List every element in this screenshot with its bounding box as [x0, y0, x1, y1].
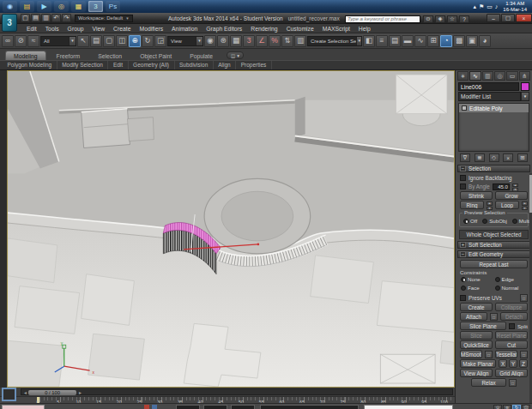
reference-coordinate-dropdown[interactable]: View ▼ — [167, 36, 203, 46]
relax-button[interactable]: Relax — [471, 378, 506, 387]
preserve-uvs-checkbox[interactable] — [460, 295, 466, 301]
menu-help[interactable]: Help — [354, 24, 375, 33]
open-file-button[interactable]: ▤ — [31, 14, 40, 22]
schematic-view-icon[interactable]: ⊞ — [427, 35, 439, 47]
create-tab[interactable]: ∗ — [457, 71, 469, 81]
selection-lock-icon[interactable] — [152, 405, 157, 409]
perspective-viewport[interactable]: x y — [7, 70, 455, 388]
ribbon-panel-geometry-all-[interactable]: Geometry (All) — [129, 61, 175, 69]
render-production-icon[interactable]: ◕ — [479, 35, 491, 47]
menu-graph-editors[interactable]: Graph Editors — [202, 24, 246, 33]
hierarchy-tab[interactable]: ▥ — [482, 71, 493, 81]
zoom-icon[interactable]: ⊙ — [493, 405, 502, 409]
subscription-center-icon[interactable]: ◈ — [435, 15, 445, 23]
loop-spinner[interactable]: ▲▼ — [522, 201, 528, 208]
maxscript-mini-listener[interactable] — [2, 405, 45, 409]
tessellate-button[interactable]: Tessellate — [495, 350, 517, 358]
save-file-button[interactable]: ▥ — [41, 14, 51, 22]
object-name-field[interactable]: Line006 — [458, 82, 519, 91]
isolate-selection-icon[interactable] — [144, 405, 149, 409]
quickslice-button[interactable]: QuickSlice — [460, 340, 493, 349]
make-planar-y-button[interactable]: Y — [509, 359, 517, 368]
curve-editor-icon[interactable]: ∿ — [414, 35, 426, 47]
preview-radio-off[interactable]: Off — [463, 217, 477, 225]
ribbon-panel-align[interactable]: Align — [214, 61, 236, 69]
object-color-swatch[interactable] — [521, 82, 529, 91]
ribbon-tab-freeform[interactable]: Freeform — [49, 51, 88, 60]
preserve-uvs-settings-button[interactable]: □ — [520, 294, 528, 302]
ignore-backfacing-checkbox[interactable] — [460, 175, 466, 181]
reset-plane-button[interactable]: Reset Plane — [495, 331, 528, 340]
msmooth-button[interactable]: MSmooth — [460, 350, 482, 358]
menu-group[interactable]: Group — [63, 24, 88, 33]
repeat-last-button[interactable]: Repeat Last — [460, 260, 528, 268]
attach-button[interactable]: Attach — [460, 312, 487, 321]
constraint-radio-face[interactable]: Face — [461, 284, 493, 292]
collapse-button[interactable]: Collapse — [495, 303, 528, 311]
pin-stack-button[interactable]: ∇ — [460, 153, 470, 162]
align-icon[interactable]: ≡ — [376, 35, 388, 47]
material-editor-icon[interactable]: ◔ — [440, 35, 452, 47]
new-scene-button[interactable]: ▢ — [21, 14, 30, 22]
ribbon-tab-selection[interactable]: Selection — [90, 51, 130, 60]
sticky-notes-icon[interactable]: ▦ — [71, 1, 86, 12]
ribbon-panel-polygon-modeling[interactable]: Polygon Modeling — [3, 61, 57, 69]
grow-button[interactable]: Grow — [495, 191, 528, 200]
favorites-star-icon[interactable]: ☆ — [447, 15, 457, 23]
snaps-toggle-icon[interactable]: 3 — [243, 35, 255, 47]
workspace-dropdown[interactable]: Workspace: Default ▼ — [75, 15, 133, 22]
minimize-button[interactable]: – — [487, 14, 500, 22]
menu-rendering[interactable]: Rendering — [246, 24, 281, 33]
ring-button[interactable]: Ring — [460, 201, 484, 209]
by-angle-value-field[interactable]: 45.0 — [493, 183, 510, 190]
ribbon-tab-modeling[interactable]: Modeling — [5, 51, 46, 60]
detach-button[interactable]: Detach — [500, 312, 528, 321]
menu-maxscript[interactable]: MAXScript — [318, 24, 354, 33]
view-align-button[interactable]: View Align — [460, 369, 493, 377]
ribbon-panel-edit[interactable]: Edit — [108, 61, 128, 69]
bind-to-space-warp-icon[interactable]: ≈ — [27, 35, 39, 47]
percent-snap-icon[interactable]: % — [269, 35, 281, 47]
explorer-icon[interactable]: ▤ — [20, 1, 34, 12]
keyboard-shortcut-override-icon[interactable]: ▦ — [230, 35, 242, 47]
by-angle-checkbox[interactable] — [460, 183, 466, 189]
volume-icon[interactable]: ♪ — [495, 3, 499, 10]
mirror-icon[interactable]: ◧ — [363, 35, 375, 47]
modifier-list-dropdown[interactable]: Modifier List ▼ — [458, 92, 529, 101]
attach-settings-button[interactable]: □ — [490, 313, 498, 321]
time-slider-handle[interactable]: 0 / 100 — [28, 390, 76, 395]
previous-frame-arrow[interactable]: ◄ — [23, 390, 27, 395]
media-player-icon[interactable]: ▶ — [37, 1, 51, 12]
use-pivot-point-center-icon[interactable]: ◉ — [204, 35, 216, 47]
menu-modifiers[interactable]: Modifiers — [136, 24, 168, 33]
split-checkbox[interactable] — [509, 323, 515, 329]
application-menu-button[interactable]: 3 — [2, 14, 17, 32]
next-frame-arrow[interactable]: ► — [78, 390, 82, 395]
taskbar-clock[interactable]: 1:34 AM 16-Mar-14 — [500, 1, 529, 12]
angle-snap-icon[interactable]: ∠ — [256, 35, 268, 47]
photoshop-icon[interactable]: Ps — [106, 1, 120, 12]
undo-button[interactable]: ↶ — [51, 14, 61, 22]
select-object-icon[interactable]: ↖ — [77, 35, 89, 47]
display-tab[interactable]: ▭ — [506, 71, 517, 81]
show-hidden-icons-icon[interactable]: ▴ — [473, 3, 476, 10]
layer-manager-icon[interactable]: ▤ — [389, 35, 401, 47]
menu-create[interactable]: Create — [109, 24, 135, 33]
window-crossing-icon[interactable]: ◫ — [116, 35, 128, 47]
shrink-button[interactable]: Shrink — [460, 191, 493, 200]
maximize-viewport-icon[interactable]: ⊡ — [522, 405, 530, 409]
action-center-flag-icon[interactable]: ⚑ — [479, 3, 484, 10]
infocenter-search-input[interactable] — [345, 15, 420, 23]
utilities-tab[interactable]: ⋔ — [519, 71, 530, 81]
msmooth-settings-button[interactable]: □ — [485, 351, 493, 358]
constraint-radio-normal[interactable]: Normal — [495, 284, 528, 292]
edit-named-selection-sets-icon[interactable]: ▥ — [294, 35, 306, 47]
slice-plane-button[interactable]: Slice Plane — [460, 322, 506, 330]
named-selection-sets-dropdown[interactable]: Create Selection Se ▼ — [307, 36, 362, 46]
select-and-rotate-icon[interactable]: ↻ — [142, 35, 154, 47]
orbit-icon[interactable]: ↻ — [512, 405, 521, 409]
ribbon-panel-modify-selection[interactable]: Modify Selection — [57, 61, 109, 69]
make-planar-z-button[interactable]: Z — [519, 359, 528, 368]
select-and-scale-icon[interactable]: ◲ — [154, 35, 166, 47]
select-and-link-icon[interactable]: ∞ — [2, 35, 14, 47]
